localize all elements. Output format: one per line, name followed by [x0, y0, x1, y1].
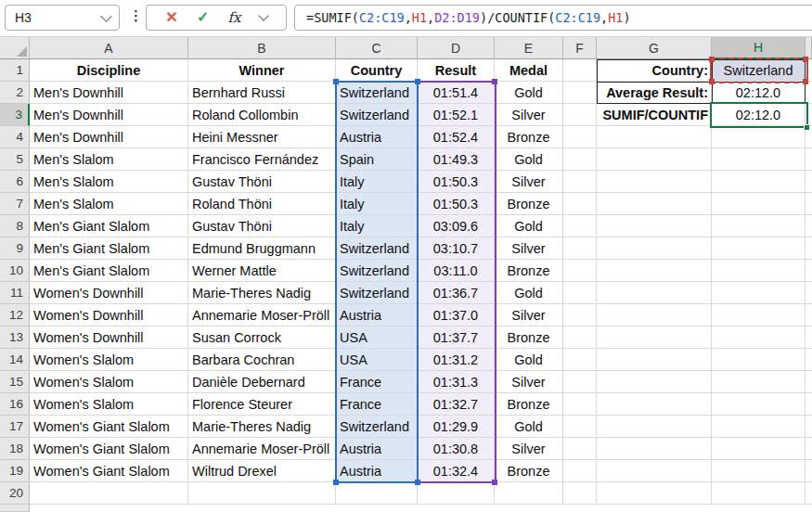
cell-D6[interactable]: 01:50.3: [418, 171, 495, 193]
cell-H1[interactable]: Switzerland: [712, 59, 806, 82]
cell-H17[interactable]: [712, 416, 806, 438]
cell-F16[interactable]: [563, 393, 597, 416]
cell-A10[interactable]: Men's Giant Slalom: [30, 260, 188, 282]
cell-F3[interactable]: [563, 104, 597, 126]
cell-G6[interactable]: [597, 171, 712, 193]
cell-G3[interactable]: SUMIF/COUNTIF: [597, 104, 712, 126]
cell-F13[interactable]: [563, 326, 597, 349]
cell-A11[interactable]: Women's Downhill: [30, 282, 188, 304]
fill-handle[interactable]: [804, 124, 810, 131]
cell-H20[interactable]: [712, 482, 806, 505]
cell-C11[interactable]: Switzerland: [336, 282, 418, 304]
cell-G2[interactable]: Average Result:: [597, 82, 712, 104]
row-header-16[interactable]: 16: [0, 393, 30, 416]
row-header-5[interactable]: 5: [0, 148, 30, 171]
cell-G7[interactable]: [597, 193, 712, 215]
cell-H11[interactable]: [712, 282, 806, 304]
cell-B3[interactable]: Roland Collombin: [188, 104, 336, 126]
cell-D10[interactable]: 03:11.0: [418, 260, 495, 282]
chevron-down-icon[interactable]: [258, 10, 268, 20]
cell-F11[interactable]: [563, 282, 597, 304]
cell-B20[interactable]: [188, 482, 336, 505]
cell-C6[interactable]: Italy: [336, 171, 418, 193]
cell-F7[interactable]: [563, 193, 597, 215]
cell-H2[interactable]: 02:12.0: [712, 82, 806, 104]
cell-C9[interactable]: Switzerland: [336, 237, 418, 260]
row-header-4[interactable]: 4: [0, 126, 30, 148]
cell-A18[interactable]: Women's Giant Slalom: [30, 438, 188, 460]
cell-E15[interactable]: Silver: [495, 371, 563, 393]
cell-H18[interactable]: [712, 438, 806, 460]
cell-A12[interactable]: Women's Downhill: [30, 304, 188, 326]
cell-E20[interactable]: [495, 482, 563, 505]
cell-E6[interactable]: Silver: [495, 171, 563, 193]
cell-C3[interactable]: Switzerland: [336, 104, 418, 126]
row-header-14[interactable]: 14: [0, 349, 30, 371]
cell-B8[interactable]: Gustav Thöni: [188, 215, 336, 237]
insert-function-icon[interactable]: fx: [228, 9, 241, 26]
row-header-13[interactable]: 13: [0, 326, 30, 349]
cell-F4[interactable]: [563, 126, 597, 148]
row-header-18[interactable]: 18: [0, 438, 30, 460]
cell-A2[interactable]: Men's Downhill: [30, 82, 188, 104]
cell-A13[interactable]: Women's Downhill: [30, 326, 188, 349]
cell-B6[interactable]: Gustav Thöni: [188, 171, 336, 193]
row-header-3[interactable]: 3: [0, 104, 30, 126]
cell-B5[interactable]: Francisco Fernández: [188, 148, 336, 171]
cell-D9[interactable]: 03:10.7: [418, 237, 495, 260]
cell-G17[interactable]: [597, 416, 712, 438]
cell-E10[interactable]: Bronze: [495, 260, 563, 282]
row-header-19[interactable]: 19: [0, 460, 30, 482]
cell-D2[interactable]: 01:51.4: [418, 82, 495, 104]
cell-H4[interactable]: [712, 126, 806, 148]
cell-H6[interactable]: [712, 171, 806, 193]
row-header-2[interactable]: 2: [0, 82, 30, 104]
cell-D17[interactable]: 01:29.9: [418, 416, 495, 438]
cell-D16[interactable]: 01:32.7: [418, 393, 495, 416]
cell-F10[interactable]: [563, 260, 597, 282]
cell-E16[interactable]: Bronze: [495, 393, 563, 416]
cell-G1[interactable]: Country:: [597, 59, 712, 82]
cell-E7[interactable]: Bronze: [495, 193, 563, 215]
cell-D13[interactable]: 01:37.7: [418, 326, 495, 349]
cell-E4[interactable]: Bronze: [495, 126, 563, 148]
cell-D18[interactable]: 01:30.8: [418, 438, 495, 460]
cell-F1[interactable]: [563, 59, 597, 82]
cell-A5[interactable]: Men's Slalom: [30, 148, 188, 171]
cell-F20[interactable]: [563, 482, 597, 505]
cell-D4[interactable]: 01:52.4: [418, 126, 495, 148]
cell-C1[interactable]: Country: [336, 59, 418, 82]
row-header-20[interactable]: 20: [0, 482, 30, 505]
cell-G4[interactable]: [597, 126, 712, 148]
row-header-12[interactable]: 12: [0, 304, 30, 326]
cancel-icon[interactable]: ✕: [165, 10, 177, 25]
cell-C2[interactable]: Switzerland: [336, 82, 418, 104]
cell-F17[interactable]: [563, 416, 597, 438]
cell-F9[interactable]: [563, 237, 597, 260]
row-header-15[interactable]: 15: [0, 371, 30, 393]
cell-A3[interactable]: Men's Downhill: [30, 104, 188, 126]
cell-D20[interactable]: [418, 482, 495, 505]
cell-C16[interactable]: France: [336, 393, 418, 416]
cell-D11[interactable]: 01:36.7: [418, 282, 495, 304]
cell-B15[interactable]: Danièle Debernard: [188, 371, 336, 393]
cell-C5[interactable]: Spain: [336, 148, 418, 171]
cell-E8[interactable]: Gold: [495, 215, 563, 237]
cell-A9[interactable]: Men's Giant Slalom: [30, 237, 188, 260]
cell-F6[interactable]: [563, 171, 597, 193]
row-header-1[interactable]: 1: [0, 59, 30, 82]
cell-F15[interactable]: [563, 371, 597, 393]
cell-G12[interactable]: [597, 304, 712, 326]
cell-H15[interactable]: [712, 371, 806, 393]
cell-C4[interactable]: Austria: [336, 126, 418, 148]
column-header-G[interactable]: G: [597, 37, 712, 59]
cell-C14[interactable]: USA: [336, 349, 418, 371]
cell-C19[interactable]: Austria: [336, 460, 418, 482]
cell-B14[interactable]: Barbara Cochran: [188, 349, 336, 371]
column-header-D[interactable]: D: [418, 37, 495, 59]
cell-C15[interactable]: France: [336, 371, 418, 393]
cell-A7[interactable]: Men's Slalom: [30, 193, 188, 215]
cell-D8[interactable]: 03:09.6: [418, 215, 495, 237]
cell-F8[interactable]: [563, 215, 597, 237]
cell-E12[interactable]: Silver: [495, 304, 563, 326]
